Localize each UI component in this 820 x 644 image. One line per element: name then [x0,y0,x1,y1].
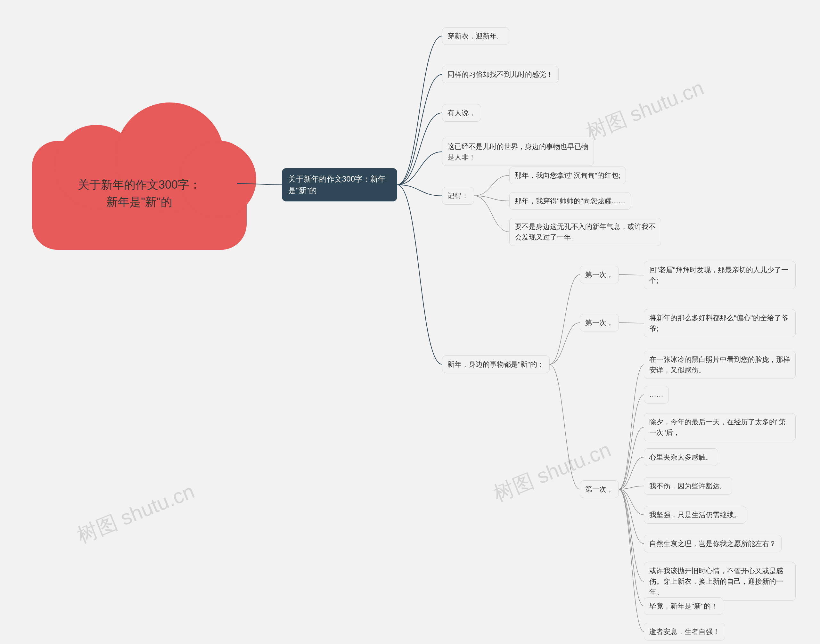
leaf-text: 逝者安息，生者自强！ [649,628,720,636]
branch-node-remember: 记得： [442,187,474,205]
leaf-node: 这已经不是儿时的世界，身边的事物也早已物是人非！ [442,138,594,166]
watermark: 树图 shutu.cn [73,477,199,550]
leaf-text: 自然生哀之理，岂是你我之愿所能左右？ [649,540,776,547]
leaf-text: …… [649,391,663,399]
root-title-line1: 关于新年的作文300字： [78,178,201,191]
leaf-node: 毕竟，新年是"新"的！ [644,597,723,615]
branch-label: 新年，身边的事物都是"新"的： [447,360,544,368]
branch-node-first: 第一次， [580,314,619,331]
leaf-node: 逝者安息，生者自强！ [644,623,725,641]
leaf-text: 毕竟，新年是"新"的！ [649,602,718,610]
root-title-line2: 新年是"新"的 [106,195,172,209]
leaf-text: 或许我该抛开旧时心情，不管开心又或是感伤。穿上新衣，换上新的自己，迎接新的一年。 [649,567,783,596]
leaf-text: 除夕，今年的最后一天，在经历了太多的"第一次"后， [649,418,786,437]
leaf-node: 同样的习俗却找不到儿时的感觉！ [442,66,559,83]
leaf-node: …… [644,386,669,403]
leaf-node: 将新年的那么多好料都那么"偏心"的全给了爷爷; [644,309,795,337]
leaf-node: 那年，我穿得"帅帅的"向您炫耀…… [509,192,631,210]
leaf-node: 有人说， [442,104,481,122]
leaf-node: 或许我该抛开旧时心情，不管开心又或是感伤。穿上新衣，换上新的自己，迎接新的一年。 [644,562,795,601]
leaf-text: 心里夹杂太多感触。 [649,453,713,461]
branch-node-new: 新年，身边的事物都是"新"的： [442,356,550,373]
center-node: 关于新年的作文300字：新年是"新"的 [282,168,397,201]
root-node-cloud: 关于新年的作文300字： 新年是"新"的 [32,103,247,250]
leaf-text: 穿新衣，迎新年。 [447,32,504,40]
leaf-text: 我坚强，只是生活仍需继续。 [649,511,741,519]
mindmap-canvas: 树图 shutu.cn 树图 shutu.cn 树图 shutu.cn 树图 s… [0,0,820,644]
branch-label: 记得： [447,192,468,200]
leaf-text: 这已经不是儿时的世界，身边的事物也早已物是人非！ [447,143,588,161]
branch-node-first: 第一次， [580,480,619,498]
branch-label: 第一次， [585,319,613,327]
center-node-label: 关于新年的作文300字：新年是"新"的 [288,175,385,195]
leaf-node: 心里夹杂太多感触。 [644,448,718,466]
root-title: 关于新年的作文300字： 新年是"新"的 [32,176,247,211]
leaf-text: 我不伤，因为些许豁达。 [649,482,727,490]
watermark: 树图 shutu.cn [582,74,708,146]
branch-node-first: 第一次， [580,266,619,284]
leaf-text: 同样的习俗却找不到儿时的感觉！ [447,71,553,78]
leaf-text: 要不是身边这无孔不入的新年气息，或许我不会发现又过了一年。 [515,222,656,241]
leaf-node: 要不是身边这无孔不入的新年气息，或许我不会发现又过了一年。 [509,218,661,246]
leaf-node: 我坚强，只是生活仍需继续。 [644,506,746,524]
leaf-node: 自然生哀之理，岂是你我之愿所能左右？ [644,535,782,552]
leaf-node: 我不伤，因为些许豁达。 [644,477,732,495]
leaf-node: 除夕，今年的最后一天，在经历了太多的"第一次"后， [644,413,795,441]
leaf-text: 在一张冰冷的黑白照片中看到您的脸庞，那样安详，又似感伤。 [649,356,790,374]
branch-label: 第一次， [585,485,613,493]
leaf-node: 穿新衣，迎新年。 [442,27,509,45]
leaf-node: 在一张冰冷的黑白照片中看到您的脸庞，那样安详，又似感伤。 [644,351,795,379]
leaf-text: 有人说， [447,109,476,117]
leaf-text: 回"老眉"拜拜时发现，那最亲切的人儿少了一个; [649,266,788,284]
leaf-text: 那年，我穿得"帅帅的"向您炫耀…… [515,197,626,205]
leaf-text: 将新年的那么多好料都那么"偏心"的全给了爷爷; [649,314,788,333]
leaf-text: 那年，我向您拿过"沉甸甸"的红包; [515,171,620,179]
leaf-node: 回"老眉"拜拜时发现，那最亲切的人儿少了一个; [644,261,795,289]
leaf-node: 那年，我向您拿过"沉甸甸"的红包; [509,167,626,184]
branch-label: 第一次， [585,271,613,279]
